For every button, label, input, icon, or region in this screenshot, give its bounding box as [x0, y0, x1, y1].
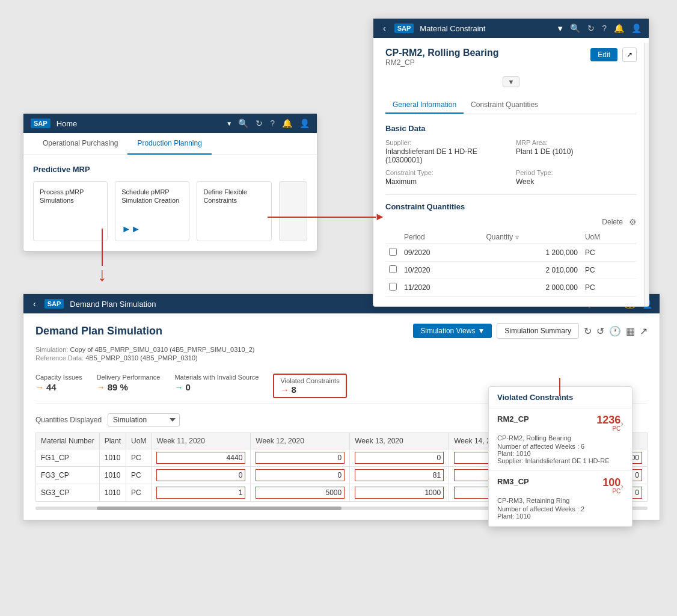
- material-title: CP-RM2, Rolling Bearing: [385, 48, 498, 58]
- sim-views-chevron-icon: ▼: [477, 327, 485, 335]
- materials-invalid-label: Materials with Invalid Source: [174, 374, 259, 381]
- user-icon[interactable]: 👤: [631, 23, 642, 33]
- demand-title-row: Demand Plan Simulation Simulation Views …: [35, 323, 648, 339]
- capacity-issues-value: 44: [46, 382, 57, 392]
- demand-cell-week11: [152, 449, 251, 467]
- home-user-icon[interactable]: 👤: [299, 119, 310, 128]
- violated-constraints-arrow-icon: →: [280, 385, 289, 395]
- popup-rm3-chevron-icon: ›: [620, 481, 623, 491]
- action-icons: ↻ ↺ 🕐 ▦ ↗: [584, 325, 648, 337]
- demand-cell-week13: [350, 484, 449, 502]
- popup-rm3-plant: Plant: 1010: [497, 513, 623, 520]
- popup-item-rm3[interactable]: RM3_CP 100 PC › CP-RM3, Retaining Ring N…: [489, 471, 632, 526]
- tiles-row: Process pMRP Simulations Schedule pMRP S…: [33, 181, 307, 241]
- supplier-value: Inlandslieferant DE 1 HD-RE (10300001): [385, 147, 506, 164]
- tile-schedule-pmrp[interactable]: Schedule pMRP Simulation Creation ►►: [115, 181, 189, 241]
- home-nav: Operational Purchasing Production Planni…: [23, 133, 317, 155]
- constraint-qty-title: Constraint Quantities: [385, 202, 637, 211]
- constraint-row-quantity: 2 010,000: [483, 262, 581, 279]
- mrp-area-field: MRP Area: Plant 1 DE (1010): [516, 139, 637, 164]
- refresh-icon[interactable]: ↻: [587, 23, 595, 33]
- home-content: Predictive MRP Process pMRP Simulations …: [23, 155, 317, 251]
- constraint-table-row: 09/2020 1 200,000 PC: [385, 244, 637, 262]
- demand-input-w12-row0[interactable]: [256, 452, 345, 464]
- tab-general-information[interactable]: General Information: [385, 97, 464, 114]
- nav-production-planning[interactable]: Production Planning: [127, 133, 211, 155]
- filter-icon[interactable]: ▿: [515, 233, 519, 241]
- demand-input-w11-row1[interactable]: [156, 469, 245, 481]
- constraint-type-label: Constraint Type:: [385, 169, 506, 176]
- home-bell-icon[interactable]: 🔔: [282, 119, 292, 128]
- popup-item-rm2-header: RM2_CP 1236 PC ›: [497, 414, 623, 432]
- demand-cell-uom: PC: [126, 484, 152, 502]
- constraint-row-uom: PC: [581, 262, 637, 279]
- simulation-label: Simulation:: [35, 346, 68, 353]
- demand-input-w13-row0[interactable]: [355, 452, 444, 464]
- constraint-checkbox[interactable]: [389, 283, 397, 291]
- help-icon[interactable]: ?: [602, 23, 607, 33]
- popup-item-rm2[interactable]: RM2_CP 1236 PC › CP-RM2, Rolling Bearing…: [489, 408, 632, 471]
- demand-th-material-number: Material Number: [36, 433, 100, 449]
- search-icon[interactable]: 🔍: [570, 23, 580, 33]
- constraint-row-uom: PC: [581, 279, 637, 297]
- home-help-icon[interactable]: ?: [270, 119, 275, 128]
- demand-input-w13-row1[interactable]: [355, 469, 444, 481]
- material-header: ‹ SAP Material Constraint ▼ 🔍 ↻ ? 🔔 👤: [373, 19, 649, 38]
- demand-cell-plant: 1010: [99, 467, 126, 484]
- home-refresh-icon[interactable]: ↻: [256, 119, 263, 128]
- simulation-views-button[interactable]: Simulation Views ▼: [413, 324, 492, 338]
- bell-icon[interactable]: 🔔: [614, 23, 624, 33]
- edit-button[interactable]: Edit: [590, 48, 617, 61]
- material-back-button[interactable]: ‹: [381, 23, 388, 33]
- demand-back-button[interactable]: ‹: [31, 299, 38, 309]
- export-icon[interactable]: ↗: [640, 325, 648, 337]
- popup-rm3-id: RM3_CP: [497, 477, 602, 486]
- quantities-displayed-label: Quantities Displayed: [35, 416, 102, 424]
- period-type-value: Week: [516, 177, 637, 186]
- share-button[interactable]: ↗: [622, 48, 637, 62]
- demand-input-w12-row1[interactable]: [256, 469, 345, 481]
- constraint-row-checkbox[interactable]: [385, 279, 400, 297]
- quantities-displayed-select[interactable]: Simulation: [108, 413, 180, 427]
- redo-icon[interactable]: ↺: [596, 325, 604, 337]
- home-header: SAP Home ▼ 🔍 ↻ ? 🔔 👤: [23, 114, 317, 133]
- constraint-checkbox[interactable]: [389, 248, 397, 256]
- th-checkbox: [385, 230, 400, 244]
- material-title-row: CP-RM2, Rolling Bearing RM2_CP Edit ↗: [385, 48, 637, 72]
- nav-operational-purchasing[interactable]: Operational Purchasing: [33, 133, 127, 155]
- dropdown-expand-button[interactable]: ▼: [503, 76, 520, 87]
- demand-input-w11-row2[interactable]: [156, 487, 245, 499]
- popup-rm2-quantity: 1236: [596, 414, 620, 425]
- settings-icon[interactable]: ⚙: [629, 217, 637, 227]
- material-scrollbar[interactable]: [644, 43, 649, 306]
- constraint-row-quantity: 1 200,000: [483, 244, 581, 262]
- violated-constraints-popup: Violated Constraints RM2_CP 1236 PC › CP…: [488, 386, 633, 527]
- demand-input-w12-row2[interactable]: [256, 487, 345, 499]
- tile-define-flexible[interactable]: Define Flexible Constraints: [197, 181, 271, 241]
- undo-icon[interactable]: ↻: [584, 325, 592, 337]
- tile-process-pmrp[interactable]: Process pMRP Simulations: [33, 181, 108, 241]
- clock-icon[interactable]: 🕐: [609, 325, 621, 337]
- demand-input-w13-row2[interactable]: [355, 487, 444, 499]
- tab-constraint-quantities[interactable]: Constraint Quantities: [464, 97, 545, 114]
- popup-rm3-qty-block: 100 PC: [602, 477, 620, 494]
- split-view-icon[interactable]: ▦: [626, 325, 635, 337]
- constraint-row-checkbox[interactable]: [385, 244, 400, 262]
- delete-link[interactable]: Delete: [602, 218, 623, 226]
- demand-cell-material: FG1_CP: [36, 449, 100, 467]
- home-search-icon[interactable]: 🔍: [238, 119, 248, 128]
- delivery-performance-value-row: → 89 %: [97, 382, 161, 392]
- popup-rm2-qty-block: 1236 PC: [596, 414, 620, 432]
- tile-schedule-pmrp-title: Schedule pMRP Simulation Creation: [121, 188, 183, 205]
- simulation-summary-button[interactable]: Simulation Summary: [497, 323, 579, 339]
- reference-label: Reference Data:: [35, 354, 84, 362]
- constraint-checkbox[interactable]: [389, 265, 397, 273]
- material-title-block: CP-RM2, Rolling Bearing RM2_CP: [385, 48, 498, 72]
- popup-rm2-chevron-icon: ›: [620, 419, 623, 428]
- demand-input-w11-row0[interactable]: [156, 452, 245, 464]
- tile-define-flexible-title: Define Flexible Constraints: [203, 188, 265, 205]
- constraint-row-checkbox[interactable]: [385, 262, 400, 279]
- demand-th-plant: Plant: [99, 433, 126, 449]
- home-window: SAP Home ▼ 🔍 ↻ ? 🔔 👤 Operational Purchas…: [23, 113, 317, 251]
- popup-rm3-uom: PC: [602, 488, 620, 494]
